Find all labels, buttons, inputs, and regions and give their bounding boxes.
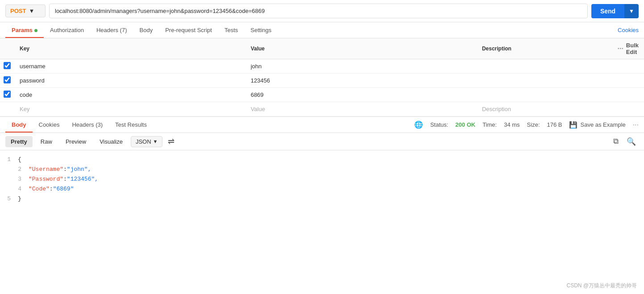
row-actions-cell bbox=[612, 74, 644, 88]
response-tabs-row: Body Cookies Headers (3) Test Results 🌐 … bbox=[0, 117, 644, 133]
resp-tab-test-results[interactable]: Test Results bbox=[109, 117, 153, 133]
row-desc-input-1[interactable] bbox=[480, 76, 609, 85]
empty-checkbox-cell bbox=[0, 102, 14, 116]
format-bar: Pretty Raw Preview Visualize JSON ▼ ⇌ ⧉ … bbox=[0, 133, 644, 150]
empty-value-cell bbox=[245, 102, 477, 116]
send-dropdown-arrow[interactable]: ▼ bbox=[624, 4, 639, 18]
save-icon: 💾 bbox=[569, 121, 578, 129]
fmt-tab-pretty[interactable]: Pretty bbox=[5, 136, 33, 147]
empty-value-input[interactable] bbox=[249, 105, 473, 113]
resp-tab-headers[interactable]: Headers (3) bbox=[66, 117, 109, 133]
size-value: 176 B bbox=[547, 121, 562, 128]
th-description: Description bbox=[477, 38, 612, 59]
fmt-tab-raw[interactable]: Raw bbox=[35, 136, 58, 147]
row-value-cell bbox=[245, 74, 477, 88]
status-value: 200 OK bbox=[455, 121, 475, 128]
format-select-arrow: ▼ bbox=[153, 139, 158, 144]
response-more-icon[interactable]: ··· bbox=[633, 121, 639, 129]
resp-tab-cookies[interactable]: Cookies bbox=[33, 117, 66, 133]
empty-key-input[interactable] bbox=[18, 105, 242, 113]
size-label: Size: bbox=[527, 121, 540, 128]
row-value-cell bbox=[245, 59, 477, 74]
json-viewer: 1 { 2 "Username" : "john", 3 "Password" … bbox=[0, 150, 644, 208]
row-key-cell bbox=[14, 88, 245, 102]
row-key-cell bbox=[14, 59, 245, 74]
json-line-4: 4 "Code" : "6869" bbox=[0, 184, 644, 194]
tab-body[interactable]: Body bbox=[133, 22, 159, 38]
row-checkbox-2[interactable] bbox=[4, 91, 11, 98]
json-line-2: 2 "Username" : "john", bbox=[0, 165, 644, 174]
tab-authorization[interactable]: Authorization bbox=[44, 22, 90, 38]
table-row bbox=[0, 59, 644, 74]
tab-settings[interactable]: Settings bbox=[244, 22, 278, 38]
row-value-input-2[interactable] bbox=[249, 91, 473, 99]
cookies-link[interactable]: Cookies bbox=[618, 22, 639, 38]
table-row bbox=[0, 74, 644, 88]
filter-icon[interactable]: ⇌ bbox=[165, 136, 177, 147]
json-line-5: 5 } bbox=[0, 194, 644, 204]
method-dropdown-arrow: ▼ bbox=[29, 8, 34, 14]
row-key-input-2[interactable] bbox=[18, 91, 242, 99]
url-input[interactable] bbox=[49, 4, 588, 18]
tab-headers[interactable]: Headers (7) bbox=[90, 22, 133, 38]
send-button-group: Send ▼ bbox=[591, 4, 639, 18]
row-value-cell bbox=[245, 88, 477, 102]
params-table: Key Value Description ··· Bulk Edit bbox=[0, 38, 644, 116]
resp-tab-body[interactable]: Body bbox=[5, 117, 33, 133]
table-row bbox=[0, 88, 644, 102]
empty-actions-cell bbox=[612, 102, 644, 116]
top-bar: POST ▼ Send ▼ bbox=[0, 0, 644, 22]
search-icon[interactable]: 🔍 bbox=[624, 136, 639, 147]
row-desc-cell bbox=[477, 88, 612, 102]
row-value-input-0[interactable] bbox=[249, 62, 473, 70]
tab-params[interactable]: Params bbox=[5, 22, 44, 38]
params-dot bbox=[34, 29, 37, 32]
table-row-empty bbox=[0, 102, 644, 116]
row-desc-input-2[interactable] bbox=[480, 91, 609, 99]
row-key-input-1[interactable] bbox=[18, 76, 242, 85]
row-value-input-1[interactable] bbox=[249, 76, 473, 85]
row-checkbox-cell bbox=[0, 88, 14, 102]
status-area: 🌐 Status: 200 OK Time: 34 ms Size: 176 B… bbox=[414, 120, 639, 129]
status-label: Status: bbox=[430, 121, 448, 128]
row-actions-cell bbox=[612, 59, 644, 74]
more-icon[interactable]: ··· bbox=[617, 45, 623, 53]
json-line-3: 3 "Password" : "123456", bbox=[0, 174, 644, 184]
send-button[interactable]: Send bbox=[591, 4, 624, 18]
th-checkbox bbox=[0, 38, 14, 59]
method-selector[interactable]: POST ▼ bbox=[5, 4, 46, 17]
bulk-edit-button[interactable]: Bulk Edit bbox=[626, 42, 639, 55]
th-bulk-edit: ··· Bulk Edit bbox=[612, 38, 644, 59]
row-desc-cell bbox=[477, 59, 612, 74]
row-checkbox-1[interactable] bbox=[4, 76, 11, 83]
copy-icon[interactable]: ⧉ bbox=[611, 136, 621, 147]
row-desc-cell bbox=[477, 74, 612, 88]
row-key-cell bbox=[14, 74, 245, 88]
status-globe-icon: 🌐 bbox=[414, 120, 423, 129]
json-line-1: 1 { bbox=[0, 155, 644, 165]
row-key-input-0[interactable] bbox=[18, 62, 242, 70]
empty-desc-cell bbox=[477, 102, 612, 116]
params-table-area: Key Value Description ··· Bulk Edit bbox=[0, 38, 644, 116]
fmt-tab-preview[interactable]: Preview bbox=[60, 136, 91, 147]
th-value: Value bbox=[245, 38, 477, 59]
method-label: POST bbox=[10, 8, 26, 14]
format-select[interactable]: JSON ▼ bbox=[131, 136, 163, 147]
tab-tests[interactable]: Tests bbox=[218, 22, 244, 38]
empty-desc-input[interactable] bbox=[480, 105, 609, 113]
empty-key-cell bbox=[14, 102, 245, 116]
fmt-tab-visualize[interactable]: Visualize bbox=[94, 136, 128, 147]
time-label: Time: bbox=[482, 121, 497, 128]
row-checkbox-cell bbox=[0, 74, 14, 88]
row-checkbox-cell bbox=[0, 59, 14, 74]
request-tabs-row: Params Authorization Headers (7) Body Pr… bbox=[0, 22, 644, 38]
row-checkbox-0[interactable] bbox=[4, 62, 11, 69]
row-actions-cell bbox=[612, 88, 644, 102]
row-desc-input-0[interactable] bbox=[480, 62, 609, 70]
save-example-button[interactable]: 💾 Save as Example bbox=[569, 121, 625, 129]
time-value: 34 ms bbox=[504, 121, 519, 128]
format-select-label: JSON bbox=[136, 138, 151, 145]
tab-prerequest[interactable]: Pre-request Script bbox=[159, 22, 218, 38]
th-key: Key bbox=[14, 38, 245, 59]
